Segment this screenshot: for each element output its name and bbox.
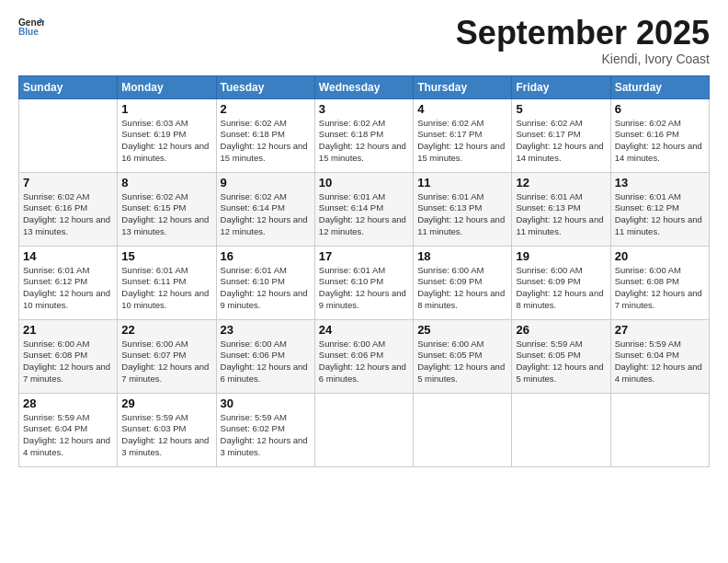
calendar-week-row: 7 Sunrise: 6:02 AMSunset: 6:16 PMDayligh… (19, 172, 710, 246)
calendar-week-row: 14 Sunrise: 6:01 AMSunset: 6:12 PMDaylig… (19, 246, 710, 319)
calendar-week-row: 1 Sunrise: 6:03 AMSunset: 6:19 PMDayligh… (19, 98, 710, 172)
table-row: 25 Sunrise: 6:00 AMSunset: 6:05 PMDaylig… (414, 319, 512, 393)
day-number: 29 (121, 396, 211, 410)
table-row: 2 Sunrise: 6:02 AMSunset: 6:18 PMDayligh… (216, 98, 314, 172)
svg-text:Blue: Blue (18, 27, 39, 37)
day-info: Sunrise: 6:00 AMSunset: 6:06 PMDaylight:… (319, 339, 409, 385)
day-number: 15 (121, 249, 211, 263)
table-row: 28 Sunrise: 5:59 AMSunset: 6:04 PMDaylig… (19, 393, 118, 466)
page: General Blue September 2025 Kiendi, Ivor… (0, 0, 728, 563)
day-info: Sunrise: 6:00 AMSunset: 6:07 PMDaylight:… (121, 339, 211, 385)
day-number: 11 (417, 176, 507, 190)
table-row: 13 Sunrise: 6:01 AMSunset: 6:12 PMDaylig… (610, 172, 709, 246)
table-row: 23 Sunrise: 6:00 AMSunset: 6:06 PMDaylig… (216, 319, 314, 393)
table-row: 29 Sunrise: 5:59 AMSunset: 6:03 PMDaylig… (118, 393, 216, 466)
logo-icon: General Blue (18, 15, 44, 40)
calendar-header-row: Sunday Monday Tuesday Wednesday Thursday… (19, 75, 710, 98)
header: General Blue September 2025 Kiendi, Ivor… (18, 15, 710, 66)
day-number: 17 (319, 249, 409, 263)
day-number: 14 (23, 249, 113, 263)
table-row: 4 Sunrise: 6:02 AMSunset: 6:17 PMDayligh… (414, 98, 512, 172)
day-info: Sunrise: 6:00 AMSunset: 6:09 PMDaylight:… (516, 265, 606, 312)
day-info: Sunrise: 5:59 AMSunset: 6:05 PMDaylight:… (516, 339, 606, 385)
col-thursday: Thursday (414, 75, 512, 98)
day-number: 5 (516, 102, 606, 116)
table-row: 21 Sunrise: 6:00 AMSunset: 6:08 PMDaylig… (19, 319, 118, 393)
calendar-week-row: 21 Sunrise: 6:00 AMSunset: 6:08 PMDaylig… (19, 319, 710, 393)
table-row (314, 393, 413, 466)
day-number: 25 (417, 323, 507, 337)
day-info: Sunrise: 5:59 AMSunset: 6:04 PMDaylight:… (615, 339, 705, 385)
day-info: Sunrise: 6:00 AMSunset: 6:08 PMDaylight:… (23, 339, 113, 385)
day-info: Sunrise: 6:01 AMSunset: 6:11 PMDaylight:… (121, 265, 211, 312)
table-row: 14 Sunrise: 6:01 AMSunset: 6:12 PMDaylig… (19, 246, 118, 319)
table-row: 3 Sunrise: 6:02 AMSunset: 6:18 PMDayligh… (314, 98, 413, 172)
table-row: 1 Sunrise: 6:03 AMSunset: 6:19 PMDayligh… (118, 98, 216, 172)
day-info: Sunrise: 6:02 AMSunset: 6:17 PMDaylight:… (417, 118, 507, 165)
day-info: Sunrise: 6:01 AMSunset: 6:12 PMDaylight:… (615, 191, 705, 238)
logo: General Blue (18, 15, 44, 40)
day-info: Sunrise: 6:02 AMSunset: 6:17 PMDaylight:… (516, 118, 606, 165)
day-info: Sunrise: 6:02 AMSunset: 6:16 PMDaylight:… (23, 191, 113, 238)
table-row: 26 Sunrise: 5:59 AMSunset: 6:05 PMDaylig… (512, 319, 610, 393)
table-row: 7 Sunrise: 6:02 AMSunset: 6:16 PMDayligh… (19, 172, 118, 246)
title-block: September 2025 Kiendi, Ivory Coast (456, 15, 710, 66)
day-info: Sunrise: 6:02 AMSunset: 6:18 PMDaylight:… (221, 118, 311, 165)
day-info: Sunrise: 5:59 AMSunset: 6:02 PMDaylight:… (221, 412, 311, 459)
table-row: 20 Sunrise: 6:00 AMSunset: 6:08 PMDaylig… (610, 246, 709, 319)
day-number: 9 (221, 176, 311, 190)
col-saturday: Saturday (610, 75, 709, 98)
table-row (19, 98, 118, 172)
day-info: Sunrise: 6:01 AMSunset: 6:14 PMDaylight:… (319, 191, 409, 238)
day-number: 6 (615, 102, 705, 116)
table-row: 19 Sunrise: 6:00 AMSunset: 6:09 PMDaylig… (512, 246, 610, 319)
day-info: Sunrise: 6:01 AMSunset: 6:13 PMDaylight:… (516, 191, 606, 238)
col-sunday: Sunday (19, 75, 118, 98)
day-info: Sunrise: 6:01 AMSunset: 6:13 PMDaylight:… (417, 191, 507, 238)
table-row: 16 Sunrise: 6:01 AMSunset: 6:10 PMDaylig… (216, 246, 314, 319)
day-number: 2 (221, 102, 311, 116)
day-number: 27 (615, 323, 705, 337)
day-number: 30 (221, 396, 311, 410)
day-number: 19 (516, 249, 606, 263)
day-number: 18 (417, 249, 507, 263)
day-number: 12 (516, 176, 606, 190)
col-friday: Friday (512, 75, 610, 98)
day-info: Sunrise: 6:03 AMSunset: 6:19 PMDaylight:… (121, 118, 211, 165)
table-row: 27 Sunrise: 5:59 AMSunset: 6:04 PMDaylig… (610, 319, 709, 393)
table-row: 10 Sunrise: 6:01 AMSunset: 6:14 PMDaylig… (314, 172, 413, 246)
table-row (512, 393, 610, 466)
day-number: 4 (417, 102, 507, 116)
table-row: 18 Sunrise: 6:00 AMSunset: 6:09 PMDaylig… (414, 246, 512, 319)
table-row: 6 Sunrise: 6:02 AMSunset: 6:16 PMDayligh… (610, 98, 709, 172)
table-row: 22 Sunrise: 6:00 AMSunset: 6:07 PMDaylig… (118, 319, 216, 393)
table-row: 5 Sunrise: 6:02 AMSunset: 6:17 PMDayligh… (512, 98, 610, 172)
day-info: Sunrise: 5:59 AMSunset: 6:04 PMDaylight:… (23, 412, 113, 459)
day-number: 20 (615, 249, 705, 263)
table-row: 17 Sunrise: 6:01 AMSunset: 6:10 PMDaylig… (314, 246, 413, 319)
location-subtitle: Kiendi, Ivory Coast (456, 52, 710, 66)
day-number: 8 (121, 176, 211, 190)
col-wednesday: Wednesday (314, 75, 413, 98)
table-row (414, 393, 512, 466)
day-number: 26 (516, 323, 606, 337)
day-info: Sunrise: 6:01 AMSunset: 6:10 PMDaylight:… (319, 265, 409, 312)
day-info: Sunrise: 6:02 AMSunset: 6:14 PMDaylight:… (221, 191, 311, 238)
table-row: 12 Sunrise: 6:01 AMSunset: 6:13 PMDaylig… (512, 172, 610, 246)
table-row: 11 Sunrise: 6:01 AMSunset: 6:13 PMDaylig… (414, 172, 512, 246)
calendar-table: Sunday Monday Tuesday Wednesday Thursday… (18, 75, 710, 467)
table-row (610, 393, 709, 466)
day-number: 23 (221, 323, 311, 337)
day-number: 13 (615, 176, 705, 190)
day-info: Sunrise: 6:00 AMSunset: 6:09 PMDaylight:… (417, 265, 507, 312)
table-row: 8 Sunrise: 6:02 AMSunset: 6:15 PMDayligh… (118, 172, 216, 246)
day-info: Sunrise: 5:59 AMSunset: 6:03 PMDaylight:… (121, 412, 211, 459)
day-number: 16 (221, 249, 311, 263)
day-info: Sunrise: 6:00 AMSunset: 6:08 PMDaylight:… (615, 265, 705, 312)
day-number: 21 (23, 323, 113, 337)
day-number: 24 (319, 323, 409, 337)
day-info: Sunrise: 6:02 AMSunset: 6:18 PMDaylight:… (319, 118, 409, 165)
day-info: Sunrise: 6:00 AMSunset: 6:06 PMDaylight:… (221, 339, 311, 385)
day-number: 3 (319, 102, 409, 116)
day-info: Sunrise: 6:01 AMSunset: 6:10 PMDaylight:… (221, 265, 311, 312)
